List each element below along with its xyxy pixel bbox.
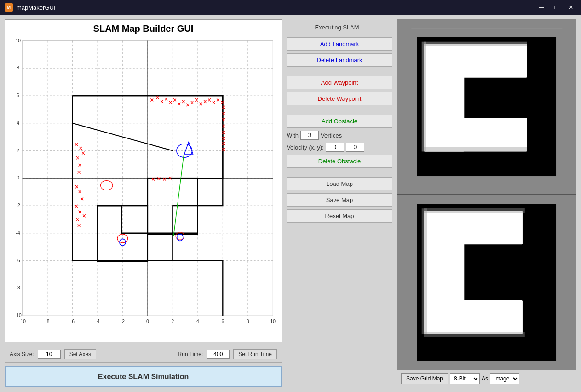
chart-title: SLAM Map Builder GUI (5, 20, 282, 36)
svg-text:-2: -2 (16, 202, 20, 208)
svg-text:-8: -8 (16, 285, 20, 291)
window-title: mapMakerGUI (17, 4, 536, 11)
svg-rect-162 (424, 42, 527, 46)
run-time-input[interactable] (207, 350, 230, 359)
save-grid-map-button[interactable]: Save Grid Map (401, 373, 448, 384)
svg-text:-4: -4 (95, 318, 99, 324)
velocity-label: Velocity (x, y): (287, 144, 324, 151)
axis-size-input[interactable] (38, 350, 61, 359)
load-map-button[interactable]: Load Map (287, 177, 392, 190)
svg-rect-168 (424, 300, 523, 334)
plot-svg: 10 8 6 4 2 0 -2 -4 -6 -8 -10 -10 -8 -6 -… (5, 36, 282, 335)
save-map-button[interactable]: Save Map (287, 193, 392, 207)
map-display-bottom (397, 194, 576, 370)
left-panel: SLAM Map Builder GUI (5, 19, 282, 387)
map-svg-bottom (397, 195, 576, 370)
svg-text:0: 0 (17, 175, 19, 181)
map-display-top (397, 19, 576, 194)
bottom-controls: Axis Size: Set Axes Run Time: Set Run Ti… (5, 346, 282, 363)
with-label: With (287, 132, 299, 139)
set-run-time-button[interactable]: Set Run Time (233, 349, 277, 359)
svg-text:6: 6 (221, 318, 224, 324)
svg-text:4: 4 (17, 120, 19, 126)
reset-map-button[interactable]: Reset Map (287, 209, 392, 223)
axis-size-label: Axis Size: (10, 351, 34, 357)
titlebar: M mapMakerGUI — □ ✕ (0, 0, 581, 15)
svg-text:-10: -10 (19, 318, 26, 324)
app-icon: M (5, 3, 13, 12)
right-panel: Save Grid Map 8-Bit... As Image (397, 19, 576, 387)
add-waypoint-button[interactable]: Add Waypoint (287, 76, 392, 89)
svg-text:-2: -2 (121, 318, 125, 324)
close-button[interactable]: ✕ (565, 3, 576, 12)
svg-text:-4: -4 (16, 230, 20, 236)
as-label: As (482, 375, 488, 382)
vertices-label: Vertices (321, 132, 342, 139)
delete-obstacle-button[interactable]: Delete Obstacle (287, 155, 392, 168)
save-grid-bar: Save Grid Map 8-Bit... As Image (397, 370, 576, 387)
status-text: Executing SLAM... (287, 24, 392, 31)
middle-panel: Executing SLAM... Add Landmark Delete La… (287, 19, 392, 387)
svg-text:8: 8 (247, 318, 249, 324)
svg-text:-6: -6 (16, 257, 20, 263)
window-controls: — □ ✕ (536, 3, 576, 12)
svg-rect-170 (424, 208, 525, 213)
delete-landmark-button[interactable]: Delete Landmark (287, 53, 392, 67)
execute-slam-label: Execute SLAM Simulation (98, 373, 189, 381)
velocity-group: Velocity (x, y): (287, 143, 392, 152)
svg-text:2: 2 (171, 318, 174, 324)
svg-text:6: 6 (17, 92, 19, 98)
svg-rect-160 (424, 118, 527, 151)
bit-format-select[interactable]: 8-Bit... (450, 373, 480, 384)
add-obstacle-button[interactable]: Add Obstacle (287, 115, 392, 128)
chart-container: SLAM Map Builder GUI (5, 19, 282, 342)
vertices-input[interactable] (300, 131, 319, 140)
svg-text:-8: -8 (45, 318, 49, 324)
svg-text:10: 10 (270, 318, 275, 324)
delete-waypoint-button[interactable]: Delete Waypoint (287, 92, 392, 105)
with-vertices-group: With Vertices (287, 131, 392, 140)
velocity-y-input[interactable] (346, 143, 364, 152)
svg-text:8: 8 (17, 65, 19, 71)
image-format-select[interactable]: Image (490, 373, 519, 384)
main-content: SLAM Map Builder GUI (0, 15, 581, 392)
svg-text:10: 10 (15, 37, 20, 43)
svg-text:4: 4 (196, 318, 199, 324)
svg-rect-171 (424, 332, 525, 337)
map-svg-top (397, 19, 576, 194)
svg-text:0: 0 (146, 318, 149, 324)
svg-text:-6: -6 (70, 318, 75, 324)
svg-text:2: 2 (17, 147, 19, 153)
svg-rect-163 (424, 147, 527, 152)
velocity-x-input[interactable] (326, 143, 344, 152)
svg-rect-169 (422, 208, 427, 334)
svg-text:-10: -10 (15, 312, 22, 318)
minimize-button[interactable]: — (536, 3, 547, 12)
set-axes-button[interactable]: Set Axes (64, 349, 96, 359)
maximize-button[interactable]: □ (551, 3, 562, 12)
execute-slam-container[interactable]: Execute SLAM Simulation (5, 366, 282, 387)
svg-rect-161 (422, 42, 426, 152)
plot-area[interactable]: 10 8 6 4 2 0 -2 -4 -6 -8 -10 -10 -8 -6 -… (5, 36, 282, 335)
add-landmark-button[interactable]: Add Landmark (287, 37, 392, 51)
run-time-label: Run Time: (178, 351, 203, 357)
